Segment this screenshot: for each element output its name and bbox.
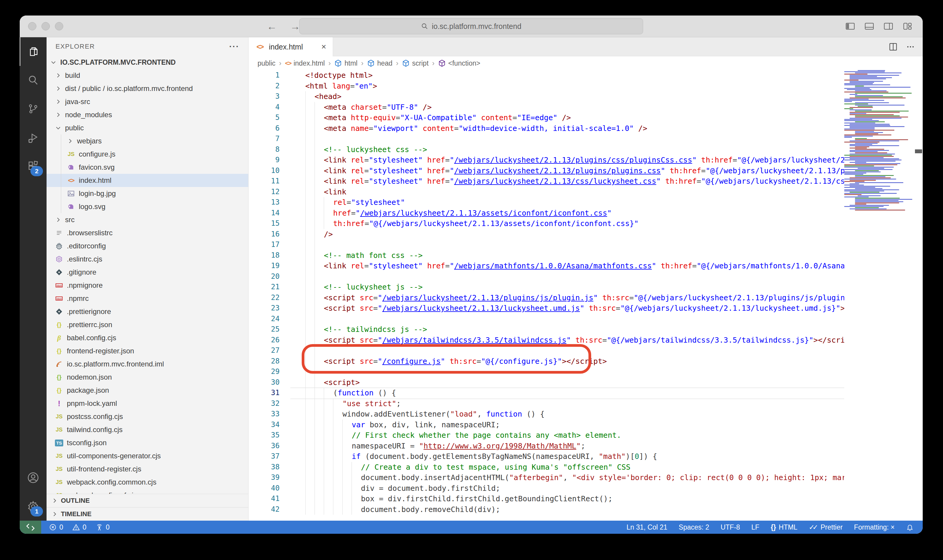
- status-cursor-position[interactable]: Ln 31, Col 21: [627, 523, 668, 531]
- activity-item-extensions[interactable]: 2: [20, 152, 46, 180]
- code-line-22[interactable]: <script src="/webjars/luckysheet/2.1.13/…: [293, 292, 844, 303]
- status-errors[interactable]: 0: [49, 523, 63, 531]
- tree-folder-public[interactable]: public: [46, 122, 248, 134]
- layout-customize-icon[interactable]: [903, 22, 912, 31]
- code-line-5[interactable]: <meta http-equiv="X-UA-Compatible" conte…: [293, 112, 844, 123]
- breadcrumb-item-html[interactable]: html: [334, 59, 357, 68]
- code-line-30[interactable]: <script>: [293, 377, 844, 388]
- tree-file--npmignore[interactable]: .npmignore: [46, 279, 248, 292]
- code-line-6[interactable]: <meta name="viewport" content="width=dev…: [293, 123, 844, 134]
- back-button[interactable]: ←: [267, 21, 277, 32]
- tree-folder-webjars[interactable]: webjars: [46, 134, 248, 148]
- tree-folder-dist-public-io-sc-platform-mvc-frontend[interactable]: dist / public / io.sc.platform.mvc.front…: [46, 82, 248, 95]
- activity-item-source-control[interactable]: [20, 94, 46, 123]
- code-line-4[interactable]: <meta charset="UTF-8" />: [293, 102, 844, 113]
- tree-file-package-json[interactable]: {}package.json: [46, 384, 248, 397]
- code-line-20[interactable]: [293, 271, 844, 282]
- code-line-10[interactable]: <link rel="stylesheet" href="/webjars/lu…: [293, 166, 844, 176]
- code-line-15[interactable]: th:href="@{/webjars/luckysheet/2.1.13/as…: [293, 218, 844, 229]
- remote-indicator[interactable]: [20, 521, 41, 534]
- layout-sidebar-right-icon[interactable]: [883, 22, 894, 31]
- more-actions-icon[interactable]: [906, 42, 915, 51]
- status-eol[interactable]: LF: [752, 523, 759, 531]
- tree-file-login-bg-jpg[interactable]: login-bg.jpg: [46, 187, 248, 200]
- section-timeline[interactable]: TIMELINE: [46, 507, 248, 521]
- tree-file--browserslistrc[interactable]: .browserslistrc: [46, 226, 248, 240]
- code-line-12[interactable]: <link: [293, 187, 844, 197]
- code-line-38[interactable]: // Create a div to test mspace, using Ku…: [293, 462, 844, 472]
- minimap[interactable]: [844, 70, 914, 521]
- tree-file-favicon-svg[interactable]: favicon.svg: [46, 161, 248, 174]
- tree-folder-src[interactable]: src: [46, 213, 248, 226]
- code-line-26[interactable]: <script src="/webjars/tailwindcss/3.3.5/…: [293, 335, 844, 346]
- tree-file-tailwind-config-cjs[interactable]: JStailwind.config.cjs: [46, 423, 248, 436]
- tree-file--prettierignore[interactable]: .prettierignore: [46, 305, 248, 318]
- code-line-37[interactable]: if (document.body.getElementsByTagNameNS…: [293, 451, 844, 462]
- code-line-27[interactable]: [293, 345, 844, 356]
- status-indentation[interactable]: Spaces: 2: [679, 523, 709, 531]
- code-line-18[interactable]: <!-- math font css -->: [293, 250, 844, 261]
- code-line-39[interactable]: document.body.insertAdjacentHTML("afterb…: [293, 472, 844, 483]
- code-line-2[interactable]: <html lang="en">: [293, 81, 844, 92]
- code-line-8[interactable]: <!-- luckysheet css -->: [293, 144, 844, 155]
- tree-file-pnpm-lock-yaml[interactable]: !pnpm-lock.yaml: [46, 397, 248, 410]
- layout-panel-icon[interactable]: [864, 22, 874, 31]
- code-line-7[interactable]: [293, 134, 844, 144]
- command-center[interactable]: io.sc.platform.mvc.frontend: [299, 18, 643, 34]
- activity-item-settings[interactable]: 1: [20, 492, 46, 521]
- code-line-14[interactable]: href="/webjars/luckysheet/2.1.13/assets/…: [293, 208, 844, 218]
- code-line-32[interactable]: "use strict";: [293, 398, 844, 409]
- tree-file-webpack-config-mf-cjs[interactable]: JSwebpack.config.mf.cjs: [46, 489, 248, 494]
- code-line-16[interactable]: />: [293, 229, 844, 240]
- tree-file-nodemon-json[interactable]: {}nodemon.json: [46, 371, 248, 384]
- status-warnings[interactable]: 0: [72, 523, 86, 531]
- code-line-13[interactable]: rel="stylesheet": [293, 197, 844, 208]
- tree-file-babel-config-cjs[interactable]: βbabel.config.cjs: [46, 331, 248, 345]
- zoom-window-button[interactable]: [55, 22, 63, 31]
- breadcrumb-item-script[interactable]: script: [402, 59, 429, 68]
- tree-file-tsconfig-json[interactable]: TStsconfig.json: [46, 436, 248, 449]
- tree-root-folder[interactable]: IO.SC.PLATFORM.MVC.FRONTEND: [46, 56, 248, 69]
- tree-file--prettierrc-json[interactable]: {}.prettierrc.json: [46, 318, 248, 331]
- forward-button[interactable]: →: [290, 21, 300, 32]
- tree-folder-java-src[interactable]: java-src: [46, 95, 248, 108]
- tree-file-index-html[interactable]: <>index.html: [46, 174, 248, 187]
- tree-folder-build[interactable]: build: [46, 69, 248, 82]
- close-tab-button[interactable]: ×: [321, 42, 326, 52]
- tree-folder-node-modules[interactable]: node_modules: [46, 108, 248, 122]
- code-line-41[interactable]: box = div.firstChild.firstChild.getBound…: [293, 494, 844, 504]
- code-line-31[interactable]: (function () {: [293, 388, 844, 398]
- code-line-23[interactable]: <script src="/webjars/luckysheet/2.1.13/…: [293, 303, 844, 314]
- section-outline[interactable]: OUTLINE: [46, 494, 248, 507]
- breadcrumb-item-index-html[interactable]: <>index.html: [285, 59, 325, 68]
- code-line-19[interactable]: <link rel="stylesheet" href="/webjars/ma…: [293, 261, 844, 271]
- breadcrumb-item-head[interactable]: head: [367, 59, 392, 68]
- layout-sidebar-left-icon[interactable]: [845, 22, 855, 31]
- code-line-9[interactable]: <link rel="stylesheet" href="/webjars/lu…: [293, 155, 844, 166]
- split-editor-icon[interactable]: [889, 42, 898, 51]
- status-notifications[interactable]: [906, 523, 914, 531]
- code-line-33[interactable]: window.addEventListener("load", function…: [293, 409, 844, 420]
- status-formatter[interactable]: ✓✓Prettier: [809, 523, 843, 531]
- tree-file-util-frontend-register-cjs[interactable]: JSutil-frontend-register.cjs: [46, 463, 248, 475]
- code-line-29[interactable]: [293, 366, 844, 377]
- code-line-34[interactable]: var box, div, link, namespaceURI;: [293, 420, 844, 430]
- code-lines[interactable]: <!doctype html><html lang="en"><head><me…: [293, 70, 844, 521]
- window-controls[interactable]: [28, 22, 63, 31]
- tree-file-frontend-register-json[interactable]: {}frontend-register.json: [46, 345, 248, 357]
- activity-item-accounts[interactable]: [20, 463, 46, 492]
- tree-file-util-components-generator-cjs[interactable]: JSutil-components-generator.cjs: [46, 449, 248, 463]
- breadcrumb-item-public[interactable]: public: [258, 59, 275, 68]
- status-encoding[interactable]: UTF-8: [721, 523, 740, 531]
- tree-file--eslintrc-cjs[interactable]: .eslintrc.cjs: [46, 252, 248, 266]
- activity-item-search[interactable]: [20, 66, 46, 94]
- code-line-1[interactable]: <!doctype html>: [293, 70, 844, 81]
- code-line-35[interactable]: // First check whether the page contains…: [293, 430, 844, 441]
- tree-file-postcss-config-cjs[interactable]: JSpostcss.config.cjs: [46, 410, 248, 423]
- activity-item-explorer[interactable]: [20, 37, 47, 66]
- tab-index-html[interactable]: <> index.html ×: [248, 37, 333, 56]
- breadcrumb-item--function-[interactable]: <function>: [438, 59, 480, 68]
- code-line-21[interactable]: <!-- luckysheet js -->: [293, 282, 844, 292]
- status-formatting[interactable]: Formatting: ×: [854, 523, 895, 531]
- close-window-button[interactable]: [28, 22, 36, 31]
